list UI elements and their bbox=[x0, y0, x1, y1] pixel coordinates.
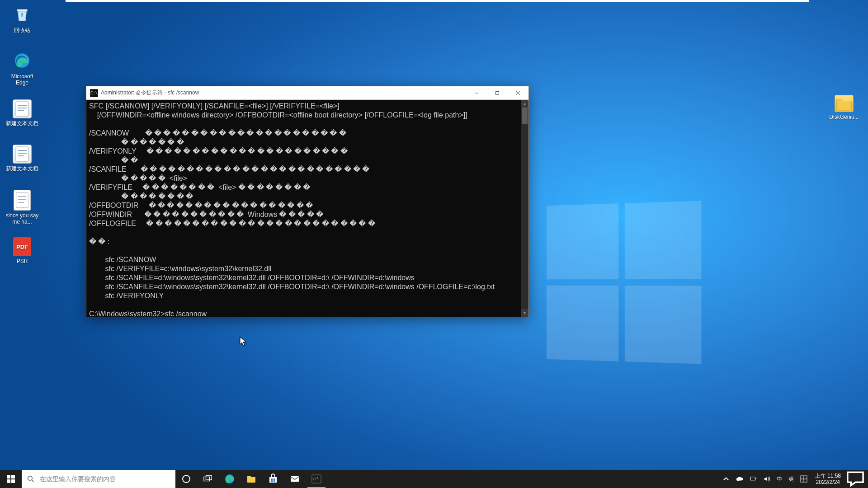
svg-rect-14 bbox=[496, 91, 499, 94]
cmd-window[interactable]: C:\ Administrator: 命令提示符 - sfc /scannow … bbox=[86, 86, 529, 317]
desktop-icon-recycle-bin[interactable]: 回收站 bbox=[5, 4, 40, 33]
chevron-up-icon bbox=[722, 475, 730, 483]
cmd-scrollbar[interactable]: ▲ ▼ bbox=[521, 100, 528, 317]
text-file-icon bbox=[13, 145, 32, 164]
cmd-line: sfc /VERIFYONLY bbox=[89, 292, 164, 300]
svg-rect-17 bbox=[7, 475, 10, 479]
tray-ime-lang[interactable]: 中 bbox=[774, 470, 785, 488]
svg-rect-30 bbox=[274, 480, 275, 482]
cmd-prompt-line: C:\Windows\system32>sfc /scannow bbox=[89, 310, 207, 317]
mouse-cursor-icon bbox=[240, 337, 247, 347]
cortana-icon bbox=[182, 474, 191, 483]
cmd-line: [/OFFWINDIR=<offline windows directory> … bbox=[89, 111, 467, 119]
scroll-thumb[interactable] bbox=[522, 108, 528, 124]
cmd-line: � � � � � � � bbox=[89, 138, 184, 146]
task-view-icon bbox=[203, 474, 212, 483]
taskbar-app-cmd[interactable]: C:\ bbox=[306, 470, 327, 488]
cmd-line: sfc /SCANNOW bbox=[89, 256, 156, 263]
desktop-icon-label: 回收站 bbox=[5, 27, 40, 33]
task-view-button[interactable] bbox=[197, 470, 219, 488]
cmd-app-icon: C:\ bbox=[90, 89, 98, 97]
cmd-line: � � : bbox=[89, 238, 109, 245]
svg-rect-20 bbox=[11, 479, 15, 483]
system-tray[interactable]: 中 英 上午 11:58 2022/2/24 bbox=[719, 470, 868, 488]
taskbar-search-input[interactable] bbox=[40, 475, 175, 483]
desktop-icon-label: since you say me ha... bbox=[5, 212, 40, 225]
desktop-icon-psr-pdf[interactable]: PDF PSR bbox=[5, 237, 40, 264]
volume-icon bbox=[763, 475, 770, 483]
desktop-icon-since-you[interactable]: since you say me ha... bbox=[5, 190, 40, 225]
svg-text:C:\: C:\ bbox=[313, 477, 319, 481]
tray-onedrive[interactable] bbox=[733, 470, 746, 488]
cmd-line: � � � � � <file> bbox=[89, 174, 187, 182]
desktop-icon-label: Microsoft Edge bbox=[5, 73, 40, 86]
cmd-line: /OFFBOOTDIR � � � � � � � � � � � � � � … bbox=[89, 202, 313, 209]
cmd-line: /SCANFILE � � � � � � � � � � � � � � � … bbox=[89, 165, 370, 173]
svg-rect-1 bbox=[16, 102, 28, 116]
svg-rect-27 bbox=[271, 479, 273, 480]
taskbar-app-mail[interactable] bbox=[284, 470, 306, 488]
taskbar-app-explorer[interactable] bbox=[241, 470, 262, 488]
cmd-line: sfc /SCANFILE=d:\windows\system32\kernel… bbox=[89, 283, 495, 291]
desktop-icon-textdoc-2[interactable]: 新建文本文档 bbox=[5, 145, 40, 172]
pdf-icon: PDF bbox=[13, 237, 31, 256]
taskbar-search[interactable] bbox=[22, 470, 175, 488]
tray-ime-mode[interactable]: 英 bbox=[785, 470, 797, 488]
taskbar[interactable]: C:\ 中 英 上午 11:58 2022/2/24 bbox=[0, 470, 868, 488]
maximize-button[interactable] bbox=[487, 86, 508, 100]
edge-icon bbox=[224, 474, 235, 484]
desktop[interactable]: 回收站 Microsoft Edge 新建文本文档 新建文本文档 since y… bbox=[0, 0, 868, 488]
desktop-icon-diskgenius[interactable]: DiskGeniu... bbox=[826, 95, 862, 120]
folder-icon bbox=[835, 95, 854, 112]
text-file-icon bbox=[14, 190, 31, 211]
top-white-strip bbox=[66, 0, 809, 2]
text-file-icon bbox=[13, 99, 32, 118]
cortana-button[interactable] bbox=[175, 470, 197, 488]
cmd-line: /VERIFYONLY � � � � � � � � � � � � � � … bbox=[89, 147, 348, 155]
desktop-icon-label: 新建文本文档 bbox=[5, 120, 40, 127]
minimize-button[interactable] bbox=[466, 86, 487, 100]
svg-rect-19 bbox=[7, 479, 10, 483]
action-center-button[interactable] bbox=[845, 469, 865, 488]
cmd-output[interactable]: SFC [/SCANNOW] [/VERIFYONLY] [/SCANFILE=… bbox=[86, 100, 528, 317]
desktop-icon-label: 新建文本文档 bbox=[5, 165, 40, 172]
svg-rect-31 bbox=[291, 476, 299, 482]
svg-rect-28 bbox=[274, 479, 275, 480]
cmd-line: /VERIFYFILE � � � � � � � � <file> � � �… bbox=[89, 183, 310, 191]
svg-rect-25 bbox=[206, 476, 212, 480]
taskbar-app-store[interactable] bbox=[262, 470, 284, 488]
cmd-icon: C:\ bbox=[311, 474, 322, 484]
edge-icon bbox=[11, 50, 33, 71]
cmd-line: � � bbox=[89, 156, 138, 164]
tray-network[interactable] bbox=[746, 470, 760, 488]
cmd-titlebar[interactable]: C:\ Administrator: 命令提示符 - sfc /scannow bbox=[86, 86, 528, 100]
store-icon bbox=[268, 474, 278, 484]
svg-line-22 bbox=[32, 480, 33, 482]
tray-overflow-button[interactable] bbox=[719, 470, 733, 488]
close-button[interactable] bbox=[508, 86, 528, 100]
taskbar-date: 2022/2/24 bbox=[815, 479, 841, 485]
start-button[interactable] bbox=[0, 470, 22, 488]
scroll-down-arrow-icon[interactable]: ▼ bbox=[521, 309, 528, 317]
taskbar-clock[interactable]: 上午 11:58 2022/2/24 bbox=[811, 473, 845, 485]
cmd-line: SFC [/SCANNOW] [/VERIFYONLY] [/SCANFILE=… bbox=[89, 102, 340, 110]
cmd-line: � � � � � � � � bbox=[89, 192, 193, 200]
scroll-up-arrow-icon[interactable]: ▲ bbox=[521, 100, 528, 108]
svg-rect-5 bbox=[16, 147, 28, 161]
cmd-window-title: Administrator: 命令提示符 - sfc /scannow bbox=[101, 89, 199, 97]
network-icon bbox=[750, 475, 757, 483]
desktop-icon-label: PSR bbox=[5, 258, 40, 264]
windows-logo-icon bbox=[6, 474, 15, 483]
svg-rect-29 bbox=[271, 480, 273, 482]
tray-volume[interactable] bbox=[760, 470, 774, 488]
svg-rect-34 bbox=[750, 477, 755, 480]
tray-ime-toggle[interactable] bbox=[797, 470, 811, 488]
search-icon bbox=[22, 475, 40, 483]
recycle-bin-icon bbox=[11, 4, 33, 25]
svg-point-21 bbox=[28, 476, 33, 481]
taskbar-app-edge[interactable] bbox=[219, 470, 241, 488]
desktop-icon-textdoc-1[interactable]: 新建文本文档 bbox=[5, 99, 40, 127]
windows-logo-watermark bbox=[547, 201, 702, 364]
desktop-icon-edge[interactable]: Microsoft Edge bbox=[5, 50, 40, 86]
mail-icon bbox=[289, 474, 300, 484]
